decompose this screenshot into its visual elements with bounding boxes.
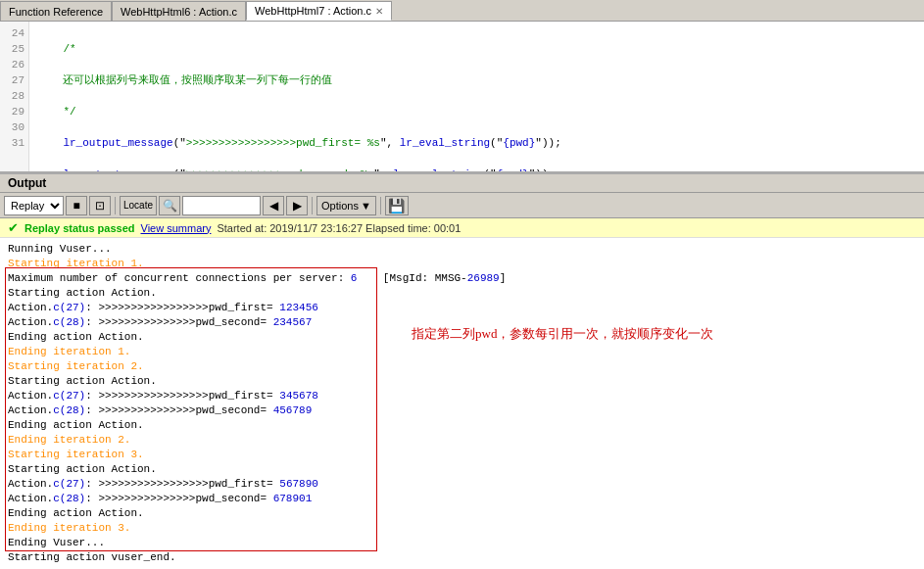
save-button[interactable]: 💾 [385, 196, 409, 215]
out-line-14: Ending iteration 2. [8, 433, 916, 448]
out-line-2: Starting iteration 1. [8, 257, 916, 271]
out-line-19: Ending action Action. [8, 506, 916, 521]
tab-function-reference[interactable]: Function Reference [0, 1, 112, 21]
status-time-text: Started at: 2019/11/7 23:16:27 Elapsed t… [217, 222, 461, 234]
out-line-10: Starting action Action. [8, 374, 916, 389]
out-line-8: Ending iteration 1. [8, 345, 916, 359]
out-line-17: Action.c(27): >>>>>>>>>>>>>>>>>pwd_first… [8, 477, 916, 492]
out-line-20: Ending iteration 3. [8, 521, 916, 536]
out-line-11: Action.c(27): >>>>>>>>>>>>>>>>>pwd_first… [8, 389, 916, 403]
output-title: Output [8, 176, 46, 190]
out-line-1: Running Vuser... [8, 242, 916, 257]
out-line-22: Starting action vuser_end. [8, 550, 916, 565]
tab-close-icon[interactable]: ✕ [375, 6, 383, 17]
out-line-3: Maximum number of concurrent connections… [8, 271, 916, 286]
next-button[interactable]: ▶ [286, 196, 308, 215]
output-toolbar: Replay ■ ⊡ Locate 🔍 ◀ ▶ Options ▼ 💾 [0, 193, 924, 218]
annotation-text: 指定第二列pwd，参数每引用一次，就按顺序变化一次 [412, 326, 713, 341]
locate-label: Locate [123, 200, 153, 211]
stop-button[interactable]: ■ [66, 196, 87, 215]
output-header: Output [0, 173, 924, 193]
out-line-9: Starting iteration 2. [8, 359, 916, 374]
status-check-icon: ✔ [8, 220, 19, 235]
out-line-4: Starting action Action. [8, 286, 916, 301]
tab-webhttphtml7[interactable]: WebHttpHtml7 : Action.c ✕ [246, 1, 392, 21]
search-input[interactable] [182, 196, 261, 215]
line-numbers: 24 25 26 27 28 29 30 31 [0, 22, 29, 171]
status-bar: ✔ Replay status passed View summary Star… [0, 218, 924, 238]
options-dropdown-icon: ▼ [361, 200, 371, 212]
out-line-16: Starting action Action. [8, 462, 916, 477]
clear-button[interactable]: ⊡ [89, 196, 111, 215]
tab-bar: Function Reference WebHttpHtml6 : Action… [0, 0, 924, 22]
search-button[interactable]: 🔍 [159, 196, 180, 215]
separator-3 [380, 197, 381, 214]
out-line-5: Action.c(27): >>>>>>>>>>>>>>>>>pwd_first… [8, 301, 916, 315]
out-line-15: Starting iteration 3. [8, 448, 916, 462]
status-passed-text: Replay status passed [24, 222, 135, 234]
code-content[interactable]: /* 还可以根据列号来取值，按照顺序取某一列下每一行的值 */ lr_outpu… [29, 22, 924, 171]
out-line-18: Action.c(28): >>>>>>>>>>>>>>>pwd_second=… [8, 492, 916, 506]
separator-2 [312, 197, 313, 214]
tab-label: Function Reference [9, 6, 103, 18]
code-editor: 24 25 26 27 28 29 30 31 /* 还可以根据列号来取值，按照… [0, 22, 924, 173]
options-label: Options [321, 200, 359, 212]
locate-button[interactable]: Locate [120, 196, 157, 215]
prev-button[interactable]: ◀ [263, 196, 284, 215]
tab-label: WebHttpHtml7 : Action.c [255, 5, 371, 17]
tab-webhttphtml6[interactable]: WebHttpHtml6 : Action.c [112, 1, 246, 21]
out-line-13: Ending action Action. [8, 418, 916, 433]
options-button[interactable]: Options ▼ [316, 196, 376, 215]
tab-label: WebHttpHtml6 : Action.c [121, 6, 237, 18]
out-line-12: Action.c(28): >>>>>>>>>>>>>>>pwd_second=… [8, 403, 916, 418]
separator-1 [115, 197, 116, 214]
out-line-21: Ending Vuser... [8, 536, 916, 550]
output-content: Running Vuser... Starting iteration 1. M… [0, 238, 924, 569]
view-summary-link[interactable]: View summary [141, 222, 212, 234]
replay-dropdown[interactable]: Replay [4, 196, 64, 215]
